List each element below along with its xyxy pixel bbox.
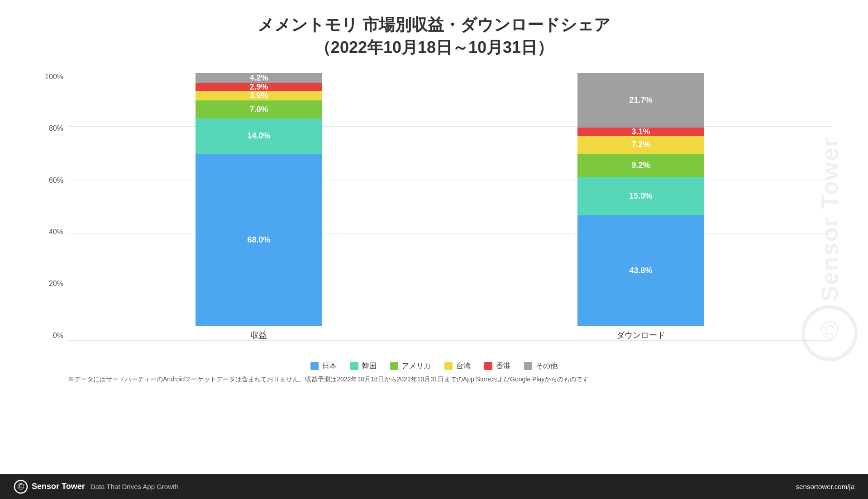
bar-segment-2: 7.0% bbox=[196, 100, 322, 118]
legend-color-3 bbox=[444, 362, 453, 370]
legend-item-1: 韓国 bbox=[350, 361, 377, 371]
legend-item-0: 日本 bbox=[310, 361, 337, 371]
legend-item-3: 台湾 bbox=[444, 361, 471, 371]
bar-segment-1: 14.0% bbox=[196, 119, 322, 154]
chart-title-line1: メメントモリ 市場別収益・ダウンロードシェア bbox=[36, 14, 832, 36]
bars-area: 68.0%14.0%7.0%3.9%2.9%4.2% 収益 43.8%15.0%… bbox=[68, 73, 832, 354]
bar-segment-3: 7.2% bbox=[577, 136, 704, 154]
revenue-column: 68.0%14.0%7.0%3.9%2.9%4.2% 収益 bbox=[196, 73, 322, 341]
footer-tagline: Data That Drives App Growth bbox=[91, 483, 179, 490]
chart-container: メメントモリ 市場別収益・ダウンロードシェア （2022年10月18日～10月3… bbox=[0, 0, 868, 499]
bar-segment-0: 43.8% bbox=[577, 215, 704, 326]
bar-segment-4: 2.9% bbox=[196, 83, 322, 90]
bars-group: 68.0%14.0%7.0%3.9%2.9%4.2% 収益 43.8%15.0%… bbox=[68, 73, 832, 354]
legend-label-5: その他 bbox=[536, 361, 558, 371]
revenue-label: 収益 bbox=[251, 330, 267, 341]
y-axis-80: 80% bbox=[49, 124, 63, 133]
legend-color-0 bbox=[310, 362, 319, 370]
legend-label-2: アメリカ bbox=[402, 361, 431, 371]
bar-segment-1: 15.0% bbox=[577, 177, 704, 215]
legend-color-4 bbox=[484, 362, 492, 370]
y-axis-100: 100% bbox=[45, 73, 63, 81]
legend-color-1 bbox=[350, 362, 358, 370]
legend-item-5: その他 bbox=[524, 361, 558, 371]
legend-color-2 bbox=[390, 362, 398, 370]
footer-logo: © Sensor Tower bbox=[14, 480, 85, 494]
chart-title: メメントモリ 市場別収益・ダウンロードシェア （2022年10月18日～10月3… bbox=[36, 14, 832, 59]
legend-label-0: 日本 bbox=[322, 361, 337, 371]
bars-wrapper: 68.0%14.0%7.0%3.9%2.9%4.2% 収益 43.8%15.0%… bbox=[68, 73, 832, 353]
footer-website: sensortower.com/ja bbox=[796, 483, 854, 490]
bar-segment-3: 3.9% bbox=[196, 91, 322, 101]
sensor-tower-logo-icon: © bbox=[14, 480, 28, 494]
revenue-bar: 68.0%14.0%7.0%3.9%2.9%4.2% bbox=[196, 73, 322, 326]
y-axis-60: 60% bbox=[49, 176, 63, 185]
y-axis: 100% 80% 60% 40% 20% 0% bbox=[36, 73, 68, 353]
footnote: ※データにはサードパーティーのAndroidマーケットデータは含まれておりません… bbox=[68, 375, 832, 384]
footer-brand: Sensor Tower bbox=[32, 482, 85, 491]
bar-segment-0: 68.0% bbox=[196, 154, 322, 326]
legend-label-4: 香港 bbox=[496, 361, 510, 371]
legend-item-2: アメリカ bbox=[390, 361, 431, 371]
y-axis-40: 40% bbox=[49, 228, 63, 236]
chart-area: 100% 80% 60% 40% 20% 0% bbox=[36, 73, 832, 353]
footer: © Sensor Tower Data That Drives App Grow… bbox=[0, 474, 868, 499]
download-label: ダウンロード bbox=[616, 330, 665, 341]
download-column: 43.8%15.0%9.2%7.2%3.1%21.7% ダウンロード bbox=[577, 73, 704, 341]
bar-segment-4: 3.1% bbox=[577, 128, 704, 135]
legend: 日本韓国アメリカ台湾香港その他 bbox=[36, 361, 832, 371]
bar-segment-5: 21.7% bbox=[577, 73, 704, 128]
bar-segment-5: 4.2% bbox=[196, 73, 322, 84]
legend-label-1: 韓国 bbox=[362, 361, 377, 371]
y-axis-20: 20% bbox=[49, 280, 63, 288]
download-bar: 43.8%15.0%9.2%7.2%3.1%21.7% bbox=[577, 73, 704, 326]
bar-segment-2: 9.2% bbox=[577, 154, 704, 177]
footer-left: © Sensor Tower Data That Drives App Grow… bbox=[14, 480, 179, 494]
y-axis-0: 0% bbox=[53, 332, 63, 340]
legend-color-5 bbox=[524, 362, 532, 370]
svg-text:©: © bbox=[18, 481, 24, 491]
legend-label-3: 台湾 bbox=[456, 361, 471, 371]
legend-item-4: 香港 bbox=[484, 361, 510, 371]
chart-title-line2: （2022年10月18日～10月31日） bbox=[36, 36, 832, 59]
